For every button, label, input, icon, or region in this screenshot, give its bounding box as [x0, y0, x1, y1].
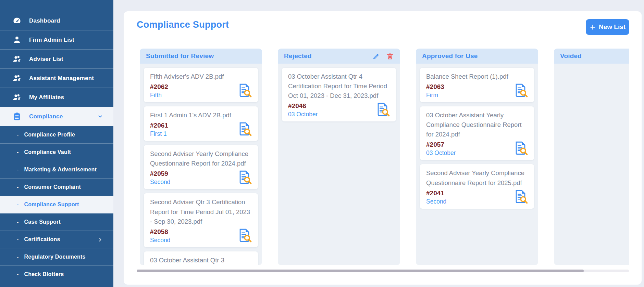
main-panel: Compliance Support New List Submitted fo… — [124, 11, 642, 285]
sidebar-item-label: Marketing & Advertisement — [24, 167, 97, 173]
trash-icon[interactable] — [386, 52, 394, 60]
horizontal-scrollbar-thumb[interactable] — [137, 270, 584, 272]
sidebar-item-dashboard[interactable]: Dashboard — [0, 11, 113, 30]
sidebar-item-adviser-list[interactable]: Adviser List — [0, 50, 113, 69]
document-card[interactable]: 03 October Assistant Qtr 3 Certification… — [144, 251, 258, 265]
column-rejected: Rejected03 October Assistant Qtr 4 Certi… — [278, 49, 400, 265]
document-owner-link[interactable]: Fifth — [150, 92, 162, 99]
sidebar-item-compliance-support[interactable]: -Compliance Support — [0, 196, 113, 213]
dash-bullet: - — [17, 271, 19, 277]
sidebar-item-case-support[interactable]: -Case Support — [0, 213, 113, 231]
dash-bullet: - — [17, 167, 19, 173]
column-header[interactable]: Submitted for Review — [140, 49, 262, 64]
document-filename: 03 October Assistant Yearly Compliance Q… — [426, 110, 528, 139]
chevron-right-icon — [97, 237, 103, 243]
document-owner-link[interactable]: 03 October — [288, 111, 318, 118]
document-filename: Second Adviser Yearly Compliance Questio… — [150, 149, 252, 168]
sidebar-item-label: Firm Admin List — [29, 37, 74, 43]
sidebar-nav: DashboardFirm Admin ListAdviser ListAssi… — [0, 11, 113, 283]
sidebar-item-label: Dashboard — [29, 17, 60, 24]
sidebar-item-regulatory-documents[interactable]: -Regulatory Documents — [0, 248, 113, 266]
column-header[interactable]: Voided — [554, 49, 629, 64]
document-card[interactable]: Balance Sheet Report (1).pdf#2063Firm — [420, 68, 534, 102]
document-owner-link[interactable]: Firm — [426, 92, 438, 99]
sidebar-item-check-blotters[interactable]: -Check Blotters — [0, 266, 113, 283]
document-filename: Second Adviser Qtr 3 Certification Repor… — [150, 197, 252, 226]
document-card[interactable]: Second Adviser Yearly Compliance Questio… — [420, 164, 534, 208]
document-card[interactable]: Fifth Adviser's ADV 2B.pdf#2062Fifth — [144, 68, 258, 102]
pencil-icon[interactable] — [372, 52, 380, 60]
sidebar-item-consumer-complaint[interactable]: -Consumer Complaint — [0, 179, 113, 196]
sidebar-item-certifications[interactable]: -Certifications — [0, 231, 113, 248]
dash-bullet: - — [17, 149, 19, 155]
column-body: Fifth Adviser's ADV 2B.pdf#2062FifthFirs… — [140, 64, 262, 265]
document-search-icon[interactable] — [513, 189, 529, 205]
column-body — [554, 64, 629, 265]
column-header[interactable]: Approved for Use — [416, 49, 538, 64]
user-icon — [12, 35, 22, 44]
kanban-board: Submitted for ReviewFifth Adviser's ADV … — [124, 49, 629, 265]
column-approved-for-use: Approved for UseBalance Sheet Report (1)… — [416, 49, 538, 265]
document-owner-link[interactable]: Second — [150, 237, 170, 244]
column-body: Balance Sheet Report (1).pdf#2063Firm03 … — [416, 64, 538, 265]
sidebar-item-assistant-management[interactable]: Assistant Management — [0, 69, 113, 88]
document-filename: 03 October Assistant Qtr 4 Certification… — [288, 72, 390, 101]
sidebar-item-label: Check Blotters — [24, 271, 64, 277]
sidebar-item-label: Certifications — [24, 236, 60, 243]
sidebar-item-firm-admin-list[interactable]: Firm Admin List — [0, 30, 113, 50]
document-card[interactable]: Second Adviser Yearly Compliance Questio… — [144, 145, 258, 189]
dash-bullet: - — [17, 254, 19, 260]
dash-bullet: - — [17, 219, 19, 225]
column-header-actions — [372, 52, 394, 60]
sidebar-item-compliance-profile[interactable]: -Compliance Profile — [0, 126, 113, 144]
document-search-icon[interactable] — [513, 140, 529, 156]
document-filename: 03 October Assistant Qtr 3 Certification… — [150, 256, 252, 265]
document-search-icon[interactable] — [237, 169, 252, 185]
horizontal-scrollbar-track[interactable] — [137, 270, 629, 272]
document-card[interactable]: 03 October Assistant Qtr 4 Certification… — [282, 68, 396, 121]
document-filename: First 1 Admin 1's ADV 2B.pdf — [150, 110, 252, 120]
sidebar-item-my-affiliates[interactable]: My Affiliates — [0, 88, 113, 107]
sidebar-item-compliance[interactable]: Compliance — [0, 107, 113, 126]
document-card[interactable]: Second Adviser Qtr 3 Certification Repor… — [144, 193, 258, 247]
dash-bullet: - — [17, 184, 19, 190]
document-card[interactable]: First 1 Admin 1's ADV 2B.pdf#2061First 1 — [144, 106, 258, 141]
sidebar-item-label: Compliance — [29, 113, 63, 120]
document-card[interactable]: 03 October Assistant Yearly Compliance Q… — [420, 106, 534, 160]
sidebar-item-label: Regulatory Documents — [24, 254, 86, 260]
column-header[interactable]: Rejected — [278, 49, 400, 64]
document-filename: Second Adviser Yearly Compliance Questio… — [426, 168, 528, 187]
dash-bullet: - — [17, 132, 19, 138]
sidebar-item-marketing-advertisement[interactable]: -Marketing & Advertisement — [0, 161, 113, 179]
document-owner-link[interactable]: 03 October — [426, 149, 456, 157]
gauge-icon — [12, 16, 22, 25]
document-search-icon[interactable] — [237, 82, 252, 98]
sidebar-item-label: Compliance Support — [24, 201, 79, 208]
document-search-icon[interactable] — [237, 227, 252, 243]
clipboard-icon — [12, 112, 22, 121]
sidebar-item-label: My Affiliates — [29, 94, 64, 101]
sidebar-item-label: Compliance Vault — [24, 149, 71, 155]
column-submitted-for-review: Submitted for ReviewFifth Adviser's ADV … — [140, 49, 262, 265]
sidebar-item-label: Assistant Management — [29, 75, 94, 82]
column-title: Submitted for Review — [146, 52, 214, 60]
document-owner-link[interactable]: First 1 — [150, 130, 167, 138]
sidebar-item-label: Compliance Profile — [24, 132, 75, 138]
sidebar-item-compliance-vault[interactable]: -Compliance Vault — [0, 144, 113, 161]
document-search-icon[interactable] — [375, 102, 391, 117]
new-list-label: New List — [599, 23, 626, 31]
sidebar: DashboardFirm Admin ListAdviser ListAssi… — [0, 0, 113, 287]
new-list-button[interactable]: New List — [586, 19, 629, 35]
document-search-icon[interactable] — [513, 82, 529, 98]
sidebar-item-label: Case Support — [24, 219, 61, 225]
board-scroll-area[interactable]: Submitted for ReviewFifth Adviser's ADV … — [124, 49, 629, 265]
sidebar-item-label: Adviser List — [29, 56, 63, 63]
document-filename: Fifth Adviser's ADV 2B.pdf — [150, 72, 252, 81]
column-title: Rejected — [284, 52, 312, 60]
document-search-icon[interactable] — [237, 121, 252, 137]
chevron-down-icon — [97, 114, 103, 119]
document-owner-link[interactable]: Second — [426, 198, 446, 205]
column-voided: Voided — [554, 49, 629, 265]
plus-icon — [590, 24, 596, 30]
document-owner-link[interactable]: Second — [150, 179, 170, 186]
